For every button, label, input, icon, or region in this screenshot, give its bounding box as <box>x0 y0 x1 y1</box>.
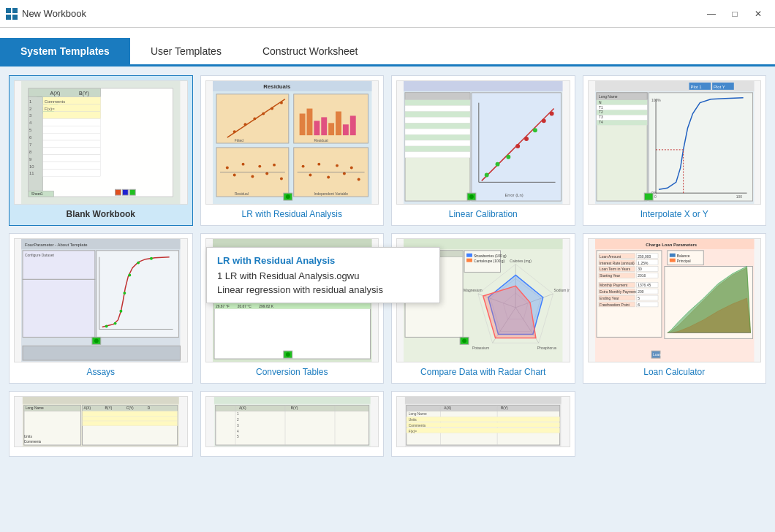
svg-rect-124 <box>597 100 647 105</box>
svg-rect-94 <box>405 123 470 129</box>
template-interpolate[interactable]: Plot 1 Plot Y Long Name N T1 T2 T3 T4 <box>583 75 767 226</box>
svg-text:B(Y): B(Y) <box>501 406 508 410</box>
template-partial-3[interactable]: A(X) B(Y) Long Name Units Comments F(x)= <box>391 391 575 457</box>
svg-point-48 <box>262 112 265 115</box>
svg-rect-20 <box>43 162 101 170</box>
svg-text:A(X): A(X) <box>238 406 246 410</box>
maximize-button[interactable]: □ <box>724 6 746 22</box>
tab-system-templates[interactable]: System Templates <box>0 38 130 66</box>
svg-point-69 <box>265 172 268 175</box>
svg-rect-126 <box>597 110 647 115</box>
svg-rect-1 <box>12 8 18 13</box>
svg-point-159 <box>150 257 153 260</box>
svg-rect-37 <box>116 189 121 195</box>
svg-rect-87 <box>404 81 562 91</box>
template-label-assays: Assays <box>86 367 115 377</box>
template-label-lr: LR with Residual Analysis <box>242 209 342 219</box>
svg-rect-311 <box>213 397 370 404</box>
svg-rect-143 <box>644 193 653 200</box>
svg-point-154 <box>114 322 117 325</box>
svg-text:Calories (mg): Calories (mg) <box>510 259 532 263</box>
svg-point-65 <box>232 173 235 176</box>
tab-user-templates[interactable]: User Templates <box>130 38 242 66</box>
svg-point-46 <box>243 123 246 126</box>
svg-rect-21 <box>43 170 101 177</box>
svg-rect-283 <box>669 254 675 257</box>
template-loan[interactable]: Charge Loan Parameters Loan Amount 250,0… <box>583 233 767 384</box>
svg-point-50 <box>279 102 282 104</box>
template-preview-assays: FourParameter - About Template Configure… <box>14 238 188 362</box>
svg-text:Strawberries (100 g): Strawberries (100 g) <box>474 254 507 258</box>
template-partial-2[interactable]: A(X) B(Y) 1 2 3 4 5 <box>200 391 385 457</box>
svg-text:Residual: Residual <box>234 192 248 196</box>
svg-text:D: D <box>148 406 151 410</box>
minimize-button[interactable]: — <box>700 6 722 22</box>
template-partial-1[interactable]: Long Name A(X) B(Y) C(Y) D Units Comment… <box>9 391 193 457</box>
svg-text:F(x)=: F(x)= <box>409 430 417 433</box>
svg-text:1376.45: 1376.45 <box>638 284 651 287</box>
template-preview-blank: A(X) B(Y) 1 2 3 4 <box>14 80 188 205</box>
svg-rect-2 <box>6 15 11 20</box>
close-button[interactable]: ✕ <box>747 6 769 22</box>
svg-text:Starting Year: Starting Year <box>599 274 620 278</box>
svg-text:Freefreedom Point: Freefreedom Point <box>599 303 630 307</box>
window-controls: — □ ✕ <box>700 6 769 22</box>
svg-text:Sheet1: Sheet1 <box>31 192 43 196</box>
svg-text:200: 200 <box>638 290 643 294</box>
svg-rect-39 <box>129 189 135 195</box>
svg-text:4: 4 <box>236 430 238 433</box>
template-lr-residual[interactable]: Residuals Fitted <box>200 75 385 226</box>
svg-point-66 <box>241 163 244 166</box>
svg-rect-337 <box>407 428 560 433</box>
template-linear-cal[interactable]: Error (Ln) Linear Calibration <box>391 75 575 226</box>
tab-bar: System Templates User Templates Construc… <box>0 28 775 66</box>
svg-point-77 <box>317 163 320 166</box>
svg-rect-325 <box>405 397 562 404</box>
svg-text:Units: Units <box>409 418 417 422</box>
svg-text:Magnesium: Magnesium <box>464 289 483 292</box>
svg-text:Extra Monthly Payment: Extra Monthly Payment <box>599 290 637 294</box>
svg-text:Monthly Payment: Monthly Payment <box>599 284 627 287</box>
template-blank-workbook[interactable]: A(X) B(Y) 1 2 3 4 <box>9 75 193 226</box>
svg-text:Residual: Residual <box>314 139 328 142</box>
svg-rect-95 <box>405 129 470 134</box>
tooltip-title: LR with Residual Analysis <box>217 255 429 266</box>
svg-point-114 <box>469 194 474 199</box>
svg-text:5: 5 <box>638 297 640 300</box>
svg-rect-97 <box>405 140 470 146</box>
tab-construct-worksheet[interactable]: Construct Worksheet <box>242 38 378 66</box>
svg-text:Balance: Balance <box>676 254 689 258</box>
svg-text:2: 2 <box>236 418 238 422</box>
svg-text:A(X): A(X) <box>50 91 61 96</box>
svg-rect-60 <box>349 115 355 135</box>
svg-text:5: 5 <box>236 435 238 438</box>
svg-text:2: 2 <box>29 107 31 111</box>
svg-rect-227 <box>466 259 472 262</box>
svg-rect-17 <box>43 140 101 148</box>
svg-text:250,000: 250,000 <box>638 255 651 259</box>
svg-point-107 <box>515 144 520 148</box>
svg-text:10: 10 <box>29 164 34 169</box>
svg-text:2016: 2016 <box>638 274 646 278</box>
svg-point-111 <box>550 112 554 116</box>
svg-point-80 <box>342 172 345 175</box>
svg-text:Error (Ln): Error (Ln) <box>504 193 523 197</box>
svg-point-158 <box>137 262 140 265</box>
svg-text:Plot Y: Plot Y <box>714 85 725 89</box>
template-label-blank: Blank Workbook <box>67 209 135 219</box>
template-assays[interactable]: FourParameter - About Template Configure… <box>9 233 193 384</box>
svg-point-79 <box>336 164 339 167</box>
svg-text:Comments: Comments <box>409 424 426 428</box>
svg-rect-18 <box>43 148 101 155</box>
template-preview-p3: A(X) B(Y) Long Name Units Comments F(x)= <box>396 396 570 447</box>
svg-text:Units: Units <box>24 435 33 438</box>
svg-text:20.67 °C: 20.67 °C <box>237 305 252 308</box>
svg-text:26.67 °F: 26.67 °F <box>215 305 229 308</box>
svg-rect-59 <box>342 124 348 135</box>
svg-text:A(X): A(X) <box>444 406 451 410</box>
svg-text:Charge Loan Parameters: Charge Loan Parameters <box>646 243 698 247</box>
svg-text:T2: T2 <box>598 110 602 114</box>
svg-rect-96 <box>405 134 470 140</box>
svg-text:F(x)=: F(x)= <box>45 107 55 111</box>
svg-rect-327 <box>407 406 560 411</box>
